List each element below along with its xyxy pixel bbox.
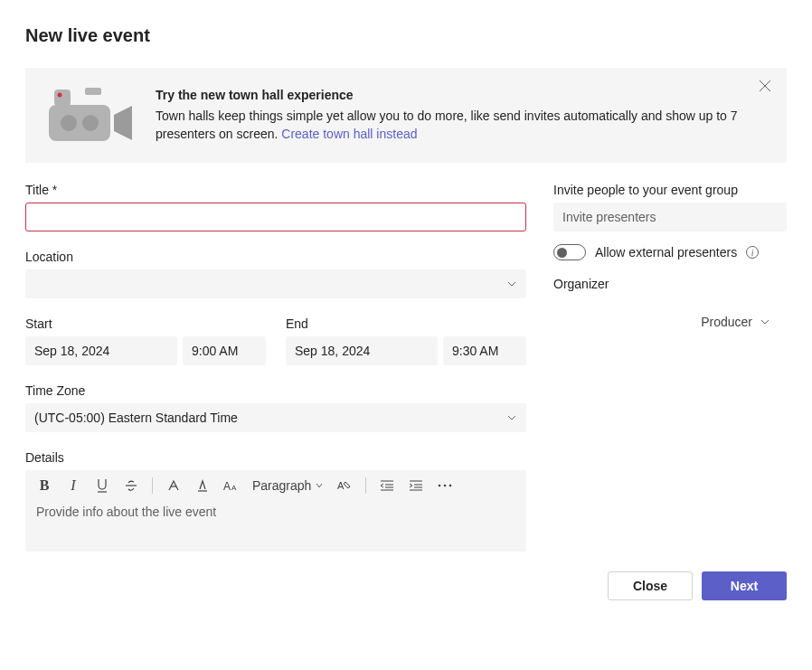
townhall-banner: Try the new town hall experience Town ha… [25, 68, 787, 163]
chevron-down-icon [506, 412, 517, 423]
decrease-indent-icon[interactable] [379, 477, 395, 494]
increase-indent-icon[interactable] [408, 477, 424, 494]
page-title: New live event [25, 25, 787, 46]
end-date-value: Sep 18, 2024 [295, 344, 370, 358]
underline-icon[interactable] [94, 477, 110, 494]
timezone-value: (UTC-05:00) Eastern Standard Time [34, 410, 238, 425]
start-time-value: 9:00 AM [192, 344, 238, 358]
clear-formatting-icon[interactable]: A [336, 477, 353, 494]
end-label: End [286, 316, 526, 331]
start-date-value: Sep 18, 2024 [34, 344, 109, 358]
banner-body: Town halls keep things simple yet allow … [156, 108, 740, 143]
svg-rect-1 [54, 90, 71, 106]
svg-point-22 [444, 485, 447, 487]
toolbar-separator [152, 477, 153, 494]
info-icon[interactable]: i [746, 246, 759, 259]
highlight-icon[interactable] [165, 477, 182, 494]
svg-rect-0 [85, 88, 101, 95]
banner-body-text: Town halls keep things simple yet allow … [156, 109, 738, 141]
svg-point-2 [58, 93, 62, 98]
editor-toolbar: B I AA Paragraph A [25, 470, 526, 501]
close-icon[interactable] [758, 79, 774, 95]
allow-external-label: Allow external presenters [595, 245, 737, 260]
chevron-down-icon [760, 316, 770, 327]
svg-point-5 [82, 115, 99, 131]
producer-label: Producer [701, 315, 752, 329]
invite-presenters-input[interactable]: Invite presenters [553, 203, 787, 231]
organizer-label: Organizer [553, 277, 787, 291]
toolbar-separator [365, 477, 366, 494]
svg-text:A: A [231, 484, 237, 492]
start-date-picker[interactable]: Sep 18, 2024 [25, 336, 177, 365]
location-label: Location [25, 250, 526, 264]
bold-icon[interactable]: B [36, 477, 52, 494]
start-time-picker[interactable]: 9:00 AM [183, 336, 266, 365]
close-button[interactable]: Close [608, 571, 693, 600]
details-label: Details [25, 450, 526, 465]
svg-point-4 [61, 115, 77, 131]
strikethrough-icon[interactable] [123, 477, 139, 494]
chevron-down-icon [506, 278, 517, 289]
camera-icon [49, 88, 134, 142]
next-button[interactable]: Next [702, 571, 787, 600]
svg-text:A: A [223, 480, 231, 492]
paragraph-label: Paragraph [252, 478, 311, 493]
title-label: Title * [25, 183, 526, 197]
invite-label: Invite people to your event group [553, 183, 787, 197]
details-editor: B I AA Paragraph A [25, 470, 526, 552]
paragraph-style-select[interactable]: Paragraph [252, 478, 324, 493]
svg-rect-3 [49, 105, 110, 141]
font-color-icon[interactable] [194, 477, 211, 494]
banner-heading: Try the new town hall experience [156, 88, 740, 102]
svg-text:A: A [337, 480, 345, 491]
end-date-picker[interactable]: Sep 18, 2024 [286, 336, 438, 365]
svg-point-21 [439, 485, 441, 487]
svg-point-23 [449, 485, 452, 487]
font-size-icon[interactable]: AA [223, 477, 240, 494]
timezone-label: Time Zone [25, 383, 526, 398]
details-textarea[interactable]: Provide info about the live event [25, 501, 526, 552]
end-time-picker[interactable]: 9:30 AM [443, 336, 526, 365]
allow-external-toggle[interactable] [553, 244, 586, 260]
create-townhall-link[interactable]: Create town hall instead [281, 126, 417, 144]
more-options-icon[interactable] [437, 477, 453, 494]
timezone-select[interactable]: (UTC-05:00) Eastern Standard Time [25, 403, 526, 432]
title-input[interactable] [25, 203, 526, 231]
end-time-value: 9:30 AM [452, 344, 498, 358]
italic-icon[interactable]: I [65, 477, 81, 494]
location-select[interactable] [25, 269, 526, 298]
start-label: Start [25, 316, 266, 331]
producer-role-select[interactable]: Producer [553, 315, 787, 329]
